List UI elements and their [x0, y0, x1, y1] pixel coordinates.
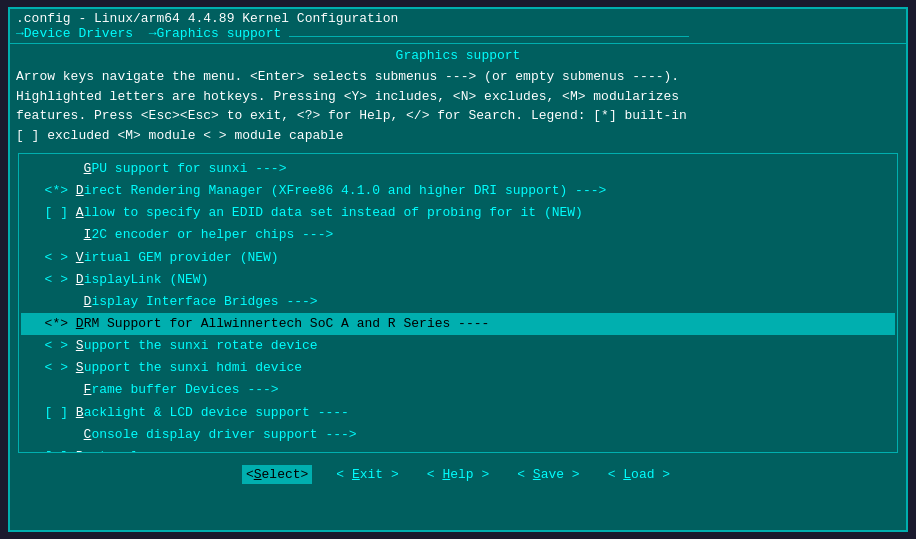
- help-text: Arrow keys navigate the menu. <Enter> se…: [16, 67, 900, 145]
- config-title: .config - Linux/arm64 4.4.89 Kernel Conf…: [16, 11, 398, 26]
- hotkey: B: [76, 405, 84, 420]
- hotkey: S: [76, 360, 84, 375]
- title-bar: .config - Linux/arm64 4.4.89 Kernel Conf…: [10, 9, 906, 44]
- save-button[interactable]: < Save >: [513, 465, 583, 484]
- list-item-selected[interactable]: <*> DRM Support for Allwinnertech SoC A …: [21, 313, 895, 335]
- hotkey: D: [76, 316, 84, 331]
- list-item[interactable]: Console display driver support --->: [21, 424, 895, 446]
- list-item[interactable]: I2C encoder or helper chips --->: [21, 224, 895, 246]
- button-bar: <Select> < Exit > < Help > < Save > < Lo…: [16, 457, 900, 492]
- list-item[interactable]: [ ] Allow to specify an EDID data set in…: [21, 202, 895, 224]
- breadcrumb-device-drivers: Device Drivers: [24, 26, 133, 41]
- help-button[interactable]: < Help >: [423, 465, 493, 484]
- hotkey: D: [76, 272, 84, 287]
- hotkey: C: [84, 427, 92, 442]
- list-item[interactable]: < > Support the sunxi hdmi device: [21, 357, 895, 379]
- list-item[interactable]: Display Interface Bridges --->: [21, 291, 895, 313]
- hotkey: D: [84, 294, 92, 309]
- help-line1: Arrow keys navigate the menu. <Enter> se…: [16, 67, 900, 87]
- terminal-window: .config - Linux/arm64 4.4.89 Kernel Conf…: [8, 7, 908, 532]
- hotkey: G: [84, 161, 92, 176]
- help-line3: features. Press <Esc><Esc> to exit, <?> …: [16, 106, 900, 126]
- list-item[interactable]: < > Virtual GEM provider (NEW): [21, 247, 895, 269]
- hotkey: V: [76, 250, 84, 265]
- content-area: Graphics support Arrow keys navigate the…: [10, 44, 906, 496]
- hotkey: D: [76, 183, 84, 198]
- list-item[interactable]: < > Support the sunxi rotate device: [21, 335, 895, 357]
- hotkey: A: [76, 205, 84, 220]
- list-item[interactable]: <*> Direct Rendering Manager (XFree86 4.…: [21, 180, 895, 202]
- help-line4: [ ] excluded <M> module < > module capab…: [16, 126, 900, 146]
- list-item[interactable]: < > DisplayLink (NEW): [21, 269, 895, 291]
- hotkey: B: [76, 449, 84, 453]
- dialog-title: Graphics support: [16, 48, 900, 63]
- select-button[interactable]: <Select>: [242, 465, 312, 484]
- help-line2: Highlighted letters are hotkeys. Pressin…: [16, 87, 900, 107]
- list-item[interactable]: Frame buffer Devices --->: [21, 379, 895, 401]
- list-item[interactable]: [ ] Backlight & LCD device support ----: [21, 402, 895, 424]
- hotkey: I: [84, 227, 92, 242]
- exit-button[interactable]: < Exit >: [332, 465, 402, 484]
- list-item[interactable]: [ ] Bootup logo ----: [21, 446, 895, 453]
- load-button[interactable]: < Load >: [604, 465, 674, 484]
- list-item[interactable]: GPU support for sunxi --->: [21, 158, 895, 180]
- breadcrumb-graphics: Graphics support: [156, 26, 281, 41]
- menu-list: GPU support for sunxi ---> <*> Direct Re…: [18, 153, 898, 453]
- hotkey: S: [76, 338, 84, 353]
- hotkey: F: [84, 382, 92, 397]
